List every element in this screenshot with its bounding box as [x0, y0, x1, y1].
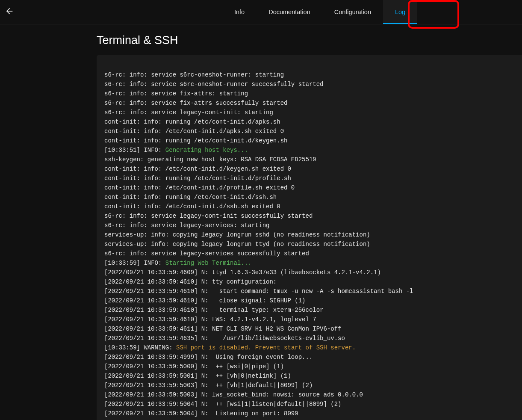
log-segment: cont-init: info: /etc/cont-init.d/ssh.sh…: [104, 203, 280, 210]
log-segment: s6-rc: info: service legacy-services: st…: [104, 222, 269, 229]
log-segment: s6-rc: info: service s6rc-oneshot-runner…: [104, 71, 284, 78]
log-line: s6-rc: info: service fix-attrs successfu…: [104, 98, 514, 108]
arrow-left-icon: [5, 6, 14, 18]
log-segment: cont-init: info: /etc/cont-init.d/apks.s…: [104, 128, 284, 135]
log-segment: [2022/09/21 10:33:59:4609] N: ttyd 1.6.3…: [104, 269, 381, 276]
log-line: services-up: info: copying legacy longru…: [104, 230, 514, 240]
tab-log[interactable]: Log: [383, 0, 417, 24]
log-segment: [10:33:59] WARNING:: [104, 344, 176, 351]
log-segment: [2022/09/21 10:33:59:5000] N: ++ [wsi|0|…: [104, 363, 284, 370]
log-segment: cont-init: info: running /etc/cont-init.…: [104, 137, 287, 144]
log-line: [2022/09/21 10:33:59:5001] N: ++ [vh|0|n…: [104, 371, 514, 381]
log-line: [2022/09/21 10:33:59:4609] N: ttyd 1.6.3…: [104, 268, 514, 277]
log-segment: cont-init: info: running /etc/cont-init.…: [104, 194, 277, 201]
log-segment: [2022/09/21 10:33:59:4610] N: start comm…: [104, 288, 413, 295]
log-line: services-up: info: copying legacy longru…: [104, 240, 514, 249]
log-segment: [2022/09/21 10:33:59:4610] N: close sign…: [104, 297, 305, 304]
log-segment: s6-rc: info: service s6rc-oneshot-runner…: [104, 81, 323, 88]
log-segment: [2022/09/21 10:33:59:4999] N: Using fore…: [104, 354, 313, 361]
log-segment: [2022/09/21 10:33:59:5004] N: ++ [wsi|1|…: [104, 401, 342, 408]
log-line: [2022/09/21 10:33:59:4610] N: LWS: 4.2.1…: [104, 315, 514, 324]
log-segment: [2022/09/21 10:33:59:4635] N: /usr/lib/l…: [104, 335, 345, 342]
back-button[interactable]: [4, 7, 15, 17]
log-line: cont-init: info: running /etc/cont-init.…: [104, 192, 514, 202]
log-line: cont-init: info: running /etc/cont-init.…: [104, 174, 514, 183]
page-title: Terminal & SSH: [97, 34, 522, 47]
log-segment: [10:33:51] INFO:: [104, 147, 165, 154]
log-segment: [2022/09/21 10:33:59:5003] N: ++ [vh|1|d…: [104, 382, 313, 389]
log-line: s6-rc: info: service legacy-cont-init su…: [104, 211, 514, 221]
log-line: cont-init: info: running /etc/cont-init.…: [104, 136, 514, 145]
log-line: [2022/09/21 10:33:59:4610] N: tty config…: [104, 277, 514, 287]
log-line: [2022/09/21 10:33:59:5004] N: ++ [wsi|1|…: [104, 399, 514, 409]
log-segment: cont-init: info: /etc/cont-init.d/profil…: [104, 184, 295, 191]
log-line: [10:33:59] WARNING: SSH port is disabled…: [104, 343, 514, 352]
tab-info[interactable]: Info: [222, 0, 257, 24]
tab-label: Configuration: [334, 9, 371, 15]
log-line: ssh-keygen: generating new host keys: RS…: [104, 155, 514, 164]
log-segment: [2022/09/21 10:33:59:4610] N: tty config…: [104, 278, 277, 285]
log-line: cont-init: info: /etc/cont-init.d/ssh.sh…: [104, 202, 514, 211]
log-segment: [2022/09/21 10:33:59:5001] N: ++ [vh|0|n…: [104, 373, 291, 379]
log-line: s6-rc: info: service s6rc-oneshot-runner…: [104, 80, 514, 89]
tab-documentation[interactable]: Documentation: [257, 0, 322, 24]
log-segment: [2022/09/21 10:33:59:4611] N: NET CLI SR…: [104, 325, 342, 332]
log-line: [2022/09/21 10:33:59:5003] N: lws_socket…: [104, 390, 514, 399]
log-line: [2022/09/21 10:33:59:4611] N: NET CLI SR…: [104, 324, 514, 334]
log-segment: cont-init: info: running /etc/cont-init.…: [104, 118, 280, 125]
tab-label: Info: [234, 9, 245, 15]
log-segment: cont-init: info: /etc/cont-init.d/keygen…: [104, 166, 291, 172]
main-content: Terminal & SSH s6-rc: info: service s6rc…: [0, 24, 522, 420]
log-segment: ssh-keygen: generating new host keys: RS…: [104, 156, 316, 163]
log-segment: [2022/09/21 10:33:59:5003] N: lws_socket…: [104, 391, 363, 398]
log-segment: [2022/09/21 10:33:59:4610] N: terminal t…: [104, 307, 323, 314]
log-line: [10:33:59] INFO: Starting Web Terminal..…: [104, 258, 514, 268]
log-segment: SSH port is disabled. Prevent start of S…: [176, 344, 356, 351]
log-segment: s6-rc: info: service legacy-cont-init: s…: [104, 109, 273, 116]
log-segment: [10:33:59] INFO:: [104, 260, 165, 266]
log-line: [2022/09/21 10:33:59:4635] N: /usr/lib/l…: [104, 334, 514, 343]
log-output[interactable]: s6-rc: info: service s6rc-oneshot-runner…: [97, 55, 522, 420]
log-line: s6-rc: info: service legacy-services suc…: [104, 249, 514, 258]
log-line: [2022/09/21 10:33:59:5004] N: Listening …: [104, 409, 514, 418]
log-segment: s6-rc: info: service legacy-cont-init su…: [104, 213, 313, 219]
tab-configuration[interactable]: Configuration: [322, 0, 383, 24]
log-segment: s6-rc: info: service fix-attrs: starting: [104, 90, 248, 97]
log-segment: [2022/09/21 10:33:59:5004] N: Listening …: [104, 410, 298, 417]
log-segment: s6-rc: info: service legacy-services suc…: [104, 250, 309, 257]
tab-bar: InfoDocumentationConfigurationLog: [222, 0, 417, 24]
log-line: [2022/09/21 10:33:59:5003] N: ++ [vh|1|d…: [104, 381, 514, 390]
log-line: [2022/09/21 10:33:59:4999] N: Using fore…: [104, 352, 514, 362]
log-line: s6-rc: info: service fix-attrs: starting: [104, 89, 514, 98]
log-segment: services-up: info: copying legacy longru…: [104, 241, 370, 248]
log-line: cont-init: info: /etc/cont-init.d/keygen…: [104, 164, 514, 174]
log-line: s6-rc: info: service s6rc-oneshot-runner…: [104, 70, 514, 80]
log-line: [2022/09/21 10:33:59:4610] N: start comm…: [104, 287, 514, 296]
log-line: [2022/09/21 10:33:59:5000] N: ++ [wsi|0|…: [104, 362, 514, 371]
log-line: [2022/09/21 10:33:59:4610] N: close sign…: [104, 296, 514, 305]
log-segment: Generating host keys...: [165, 147, 248, 154]
log-line: cont-init: info: /etc/cont-init.d/apks.s…: [104, 127, 514, 136]
log-segment: services-up: info: copying legacy longru…: [104, 231, 370, 238]
log-line: cont-init: info: /etc/cont-init.d/profil…: [104, 183, 514, 192]
tab-label: Documentation: [268, 9, 310, 15]
log-line: cont-init: info: running /etc/cont-init.…: [104, 117, 514, 127]
log-segment: [2022/09/21 10:33:59:4610] N: LWS: 4.2.1…: [104, 316, 316, 323]
log-line: [2022/09/21 10:33:59:4610] N: terminal t…: [104, 305, 514, 315]
log-line: s6-rc: info: service legacy-cont-init: s…: [104, 108, 514, 117]
log-line: s6-rc: info: service legacy-services: st…: [104, 221, 514, 230]
log-segment: cont-init: info: running /etc/cont-init.…: [104, 175, 291, 182]
log-segment: Starting Web Terminal...: [165, 260, 252, 266]
header-bar: InfoDocumentationConfigurationLog: [0, 0, 522, 24]
tab-label: Log: [395, 9, 405, 15]
log-line: [10:33:51] INFO: Generating host keys...: [104, 145, 514, 155]
log-segment: s6-rc: info: service fix-attrs successfu…: [104, 100, 287, 106]
